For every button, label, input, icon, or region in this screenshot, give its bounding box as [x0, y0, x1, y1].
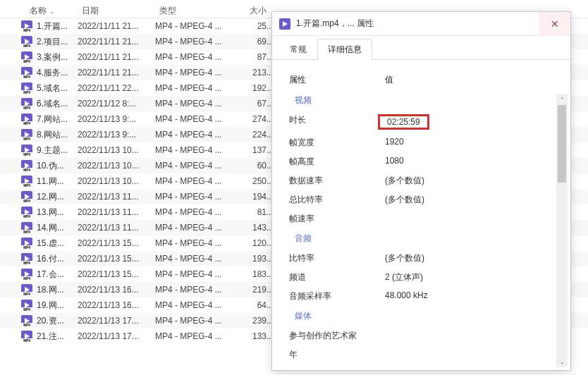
file-name-cell: MP416.付...	[0, 253, 78, 265]
scroll-down-icon[interactable]: ⌄	[556, 356, 568, 367]
detail-row[interactable]: 帧高度 1080	[286, 152, 563, 171]
detail-row[interactable]: 帧宽度 1920	[286, 133, 563, 152]
file-type-cell: MP4 - MPEG-4 ...	[155, 37, 245, 47]
val-samplerate: 48.000 kHz	[385, 290, 563, 302]
file-type-cell: MP4 - MPEG-4 ...	[155, 114, 245, 124]
column-header-date[interactable]: 日期	[78, 5, 155, 17]
file-size-cell: 133...	[245, 331, 275, 341]
val-totalbitrate: (多个数值)	[385, 194, 563, 206]
detail-row[interactable]: 频道 2 (立体声)	[286, 268, 563, 287]
val-framerate	[385, 213, 563, 225]
detail-row[interactable]: 音频采样率 48.000 kHz	[286, 287, 563, 306]
prop-samplerate: 音频采样率	[289, 290, 385, 302]
file-size-cell: 250...	[245, 176, 275, 186]
mp4-file-icon: MP4	[21, 331, 32, 342]
mp4-file-icon: MP4	[21, 222, 32, 233]
file-size-cell: 25...	[245, 21, 275, 31]
file-type-cell: MP4 - MPEG-4 ...	[155, 52, 245, 62]
file-date-cell: 2022/11/13 17...	[78, 316, 155, 326]
file-name-text: 5.域名...	[37, 82, 68, 94]
file-type-cell: MP4 - MPEG-4 ...	[155, 269, 245, 279]
column-header-size[interactable]: 大小	[245, 5, 275, 17]
file-name-cell: MP48.网站...	[0, 129, 78, 141]
file-name-text: 19.网...	[37, 300, 64, 312]
column-header-type[interactable]: 类型	[155, 5, 245, 17]
file-name-cell: MP413.网...	[0, 207, 78, 219]
prop-width: 帧宽度	[289, 137, 385, 149]
prop-bitrate: 比特率	[289, 252, 385, 264]
column-header-name[interactable]: 名称 ⌄	[0, 5, 78, 17]
mp4-file-icon: MP4	[21, 160, 32, 171]
scroll-thumb[interactable]	[558, 105, 566, 183]
file-name-cell: MP410.伪...	[0, 160, 78, 172]
file-type-cell: MP4 - MPEG-4 ...	[155, 68, 245, 78]
close-button[interactable]: ✕	[539, 12, 570, 36]
detail-row[interactable]: 帧速率	[286, 209, 563, 228]
file-size-cell: 224...	[245, 130, 275, 140]
mp4-file-icon: MP4	[21, 20, 32, 32]
tab-general[interactable]: 常规	[279, 39, 317, 60]
file-size-cell: 64...	[245, 300, 275, 310]
detail-row[interactable]: 时长 02:25:59	[286, 111, 563, 133]
file-date-cell: 2022/11/13 16...	[78, 300, 155, 310]
file-name-cell: MP47.网站...	[0, 113, 78, 125]
val-duration: 02:25:59	[385, 114, 563, 130]
val-artist	[385, 330, 563, 342]
details-scrollbar[interactable]: ⌃ ⌄	[556, 94, 568, 367]
file-type-cell: MP4 - MPEG-4 ...	[155, 130, 245, 140]
file-date-cell: 2022/11/11 21...	[78, 21, 155, 31]
detail-row[interactable]: 数据速率 (多个数值)	[286, 171, 563, 190]
mp4-file-icon: MP4	[21, 253, 32, 264]
dialog-tabs: 常规 详细信息	[272, 36, 570, 60]
file-type-cell: MP4 - MPEG-4 ...	[155, 254, 245, 264]
prop-totalbitrate: 总比特率	[289, 194, 385, 206]
file-name-text: 6.域名...	[37, 98, 68, 110]
file-date-cell: 2022/11/13 11...	[78, 192, 155, 202]
file-size-cell: 67...	[245, 99, 275, 109]
file-date-cell: 2022/11/13 9:...	[78, 130, 155, 140]
file-date-cell: 2022/11/11 21...	[78, 37, 155, 47]
sort-arrow-icon: ⌄	[49, 8, 55, 15]
file-type-cell: MP4 - MPEG-4 ...	[155, 145, 245, 155]
file-name-cell: MP421.注...	[0, 331, 78, 343]
file-date-cell: 2022/11/13 10...	[78, 176, 155, 186]
file-type-cell: MP4 - MPEG-4 ...	[155, 83, 245, 93]
file-name-cell: MP45.域名...	[0, 82, 78, 94]
scroll-up-icon[interactable]: ⌃	[556, 94, 568, 105]
file-name-cell: MP415.虚...	[0, 238, 78, 250]
file-name-text: 7.网站...	[37, 113, 68, 125]
column-header-date-label: 日期	[82, 5, 99, 17]
file-size-cell: 183...	[245, 269, 275, 279]
section-media: 媒体	[286, 306, 563, 326]
detail-row[interactable]: 比特率 (多个数值)	[286, 249, 563, 268]
file-name-text: 10.伪...	[37, 160, 64, 172]
detail-row[interactable]: 参与创作的艺术家	[286, 326, 563, 345]
file-type-cell: MP4 - MPEG-4 ...	[155, 300, 245, 310]
file-type-cell: MP4 - MPEG-4 ...	[155, 176, 245, 186]
detail-row[interactable]: 总比特率 (多个数值)	[286, 190, 563, 209]
file-name-cell: MP412.网...	[0, 191, 78, 203]
mp4-file-icon: MP4	[21, 113, 32, 125]
column-header-name-label: 名称	[30, 5, 47, 17]
file-date-cell: 2022/11/11 21...	[78, 52, 155, 62]
file-date-cell: 2022/11/13 17...	[78, 331, 155, 341]
file-date-cell: 2022/11/11 22...	[78, 83, 155, 93]
details-list: 视频 时长 02:25:59 帧宽度 1920 帧高度 1080 数据速率 (多…	[286, 90, 563, 364]
file-date-cell: 2022/11/13 15...	[78, 269, 155, 279]
file-name-text: 12.网...	[37, 191, 64, 203]
file-name-text: 9.主题...	[37, 145, 68, 156]
duration-highlight: 02:25:59	[378, 114, 429, 130]
prop-height: 帧高度	[289, 156, 385, 168]
file-size-cell: 137...	[245, 145, 275, 155]
file-name-cell: MP419.网...	[0, 300, 78, 312]
file-name-text: 21.注...	[37, 331, 64, 343]
tab-details[interactable]: 详细信息	[317, 39, 372, 60]
file-name-cell: MP46.域名...	[0, 98, 78, 110]
close-icon: ✕	[551, 18, 559, 30]
section-audio: 音频	[286, 228, 563, 249]
dialog-titlebar[interactable]: 1.开篇.mp4，... 属性 ✕	[272, 12, 570, 36]
file-date-cell: 2022/11/13 11...	[78, 223, 155, 233]
file-date-cell: 2022/11/12 8:...	[78, 99, 155, 109]
val-datarate: (多个数值)	[385, 175, 563, 187]
detail-row[interactable]: 年	[286, 345, 563, 364]
